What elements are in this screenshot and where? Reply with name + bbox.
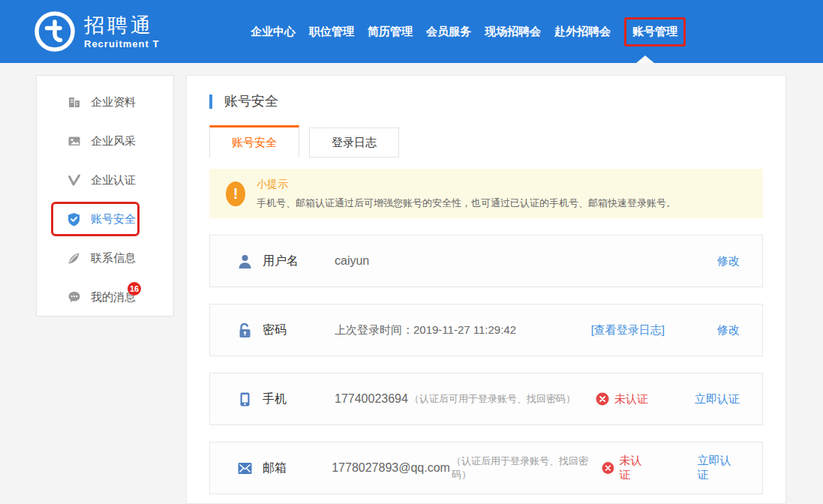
- tip-banner: ! 小提示 手机号、邮箱认证通过后可增强您账号的安全性，也可通过已认证的手机号、…: [209, 169, 763, 218]
- gallery-icon: [67, 134, 81, 148]
- page-title: 账号安全: [224, 92, 278, 110]
- message-icon: [67, 290, 81, 304]
- sidebar-item-label: 账号安全: [91, 212, 136, 226]
- view-login-log-link[interactable]: [查看登录日志]: [591, 323, 665, 338]
- tip-title: 小提示: [257, 178, 676, 191]
- shield-icon: [67, 212, 81, 226]
- nav-item-external-jobfair[interactable]: 赴外招聘会: [554, 25, 611, 39]
- modify-password-link[interactable]: 修改: [717, 323, 740, 338]
- status-label: 未认证: [619, 454, 650, 482]
- certification-icon: [67, 173, 81, 188]
- phone-row: 手机 17740023694 （认证后可用于登录账号、找回密码） 未认证 立即认…: [209, 373, 763, 425]
- page-title-row: 账号安全: [209, 92, 763, 110]
- phone-status: 未认证: [596, 392, 648, 406]
- sidebar-item-label: 企业风采: [91, 134, 136, 148]
- top-header: 招聘通 Recruitment T 企业中心 职位管理 简历管理 会员服务 现场…: [0, 0, 823, 63]
- password-row: 密码 上次登录时间：2019-11-27 11:29:42 [查看登录日志] 修…: [209, 304, 763, 356]
- row-label: 用户名: [263, 254, 335, 269]
- main-content: 账号安全 账号安全 登录日志 ! 小提示 手机号、邮箱认证通过后可增强您账号的安…: [186, 75, 786, 504]
- brand-name-en: Recruitment T: [84, 38, 159, 50]
- modify-username-link[interactable]: 修改: [717, 254, 740, 268]
- building-icon: [67, 95, 81, 110]
- phone-note: （认证后可用于登录账号、找回密码）: [410, 392, 575, 406]
- verify-email-link[interactable]: 立即认证: [698, 454, 740, 482]
- lock-icon: [237, 322, 253, 338]
- x-circle-icon: [602, 461, 614, 475]
- tip-body: 手机号、邮箱认证通过后可增强您账号的安全性，也可通过已认证的手机号、邮箱快速登录…: [257, 196, 676, 210]
- title-accent-bar: [209, 94, 212, 109]
- username-value: caiyun: [335, 254, 369, 268]
- last-login-time: 上次登录时间：2019-11-27 11:29:42: [335, 323, 516, 338]
- user-icon: [237, 254, 253, 269]
- email-note: （认证后用于登录账号、找回密码）: [452, 454, 602, 482]
- nav-item-member-service[interactable]: 会员服务: [426, 25, 471, 39]
- nav-item-job-management[interactable]: 职位管理: [309, 25, 354, 39]
- x-circle-icon: [596, 392, 609, 406]
- logo-icon: [34, 10, 76, 52]
- status-label: 未认证: [614, 392, 648, 406]
- nav-item-resume-management[interactable]: 简历管理: [368, 25, 413, 39]
- active-nav-caret: [636, 56, 654, 63]
- nav-item-onsite-jobfair[interactable]: 现场招聘会: [485, 25, 541, 39]
- tab-login-log[interactable]: 登录日志: [309, 128, 399, 158]
- nav-item-company-center[interactable]: 企业中心: [251, 25, 296, 39]
- phone-icon: [237, 392, 253, 407]
- brand-name-cn: 招聘通: [84, 14, 159, 37]
- pen-icon: [67, 251, 81, 266]
- sidebar-item-contact-info[interactable]: 联系信息: [37, 238, 173, 278]
- sidebar-item-label: 联系信息: [91, 251, 136, 266]
- email-status: 未认证: [602, 454, 651, 482]
- sidebar-item-label: 企业资料: [91, 95, 136, 110]
- message-count-badge: 16: [128, 282, 141, 296]
- nav-item-account-management[interactable]: 账号管理: [624, 17, 686, 46]
- row-label: 邮箱: [263, 460, 332, 476]
- phone-value: 17740023694: [335, 392, 408, 406]
- tab-bar: 账号安全 登录日志: [209, 125, 763, 158]
- username-row: 用户名 caiyun 修改: [209, 235, 763, 287]
- row-label: 手机: [263, 392, 335, 407]
- sidebar-item-account-security[interactable]: 账号安全: [37, 200, 173, 238]
- sidebar-item-company-profile[interactable]: 企业资料: [37, 82, 173, 122]
- sidebar-item-label: 企业认证: [91, 173, 136, 188]
- sidebar: 企业资料 企业风采 企业认证 账号安全 联系信息 我的消息 16: [36, 75, 174, 316]
- email-value: 1778027893@qq.com: [332, 461, 450, 475]
- sidebar-item-company-certification[interactable]: 企业认证: [37, 160, 173, 200]
- sidebar-item-company-showcase[interactable]: 企业风采: [37, 122, 173, 160]
- main-nav: 企业中心 职位管理 简历管理 会员服务 现场招聘会 赴外招聘会 账号管理: [251, 0, 686, 63]
- mail-icon: [237, 460, 253, 476]
- brand-logo[interactable]: 招聘通 Recruitment T: [34, 10, 159, 52]
- exclamation-icon: !: [226, 182, 245, 206]
- email-row: 邮箱 1778027893@qq.com （认证后用于登录账号、找回密码） 未认…: [209, 442, 763, 494]
- verify-phone-link[interactable]: 立即认证: [695, 392, 740, 406]
- row-label: 密码: [263, 322, 335, 338]
- sidebar-item-my-messages[interactable]: 我的消息 16: [37, 278, 173, 316]
- tab-account-security[interactable]: 账号安全: [209, 125, 299, 158]
